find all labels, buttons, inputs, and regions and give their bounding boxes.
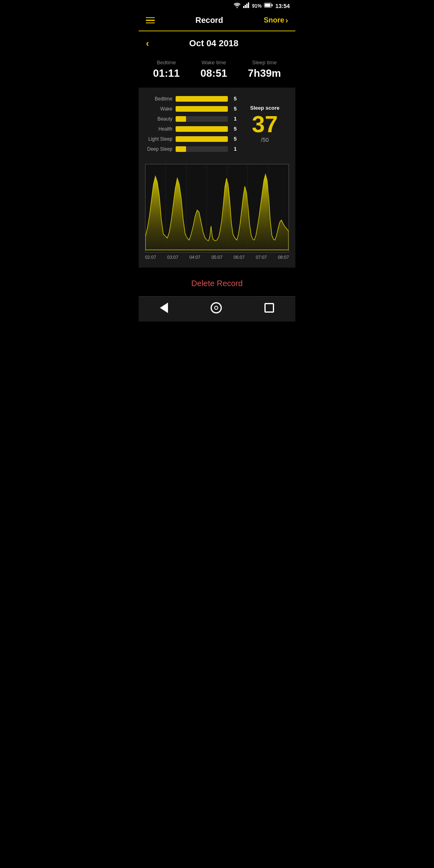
snore-link[interactable]: Snore ›	[264, 16, 288, 25]
battery-icon	[264, 3, 273, 9]
bar-score: 5	[231, 106, 237, 112]
bar-label: Wake	[145, 106, 172, 112]
current-date: Oct 04 2018	[189, 38, 238, 49]
bar-score: 5	[231, 96, 237, 102]
bar-track	[176, 126, 228, 132]
score-bar-row: Health 5	[145, 126, 237, 132]
snore-label: Snore	[264, 16, 284, 25]
bar-track	[176, 116, 228, 122]
sleep-score-title: Sleep score	[250, 105, 280, 111]
score-bar-row: Beauty 1	[145, 116, 237, 122]
prev-date-button[interactable]: ‹	[146, 38, 149, 49]
bedtime-item: Bedtime 01:11	[153, 59, 180, 80]
bottom-nav	[139, 296, 295, 321]
chart-time-label: 07:07	[256, 255, 267, 260]
score-bar-row: Deep Sleep 1	[145, 146, 237, 152]
svg-rect-6	[272, 4, 273, 6]
chart-section: 02:0703:0704:0705:0706:0707:0708:07	[139, 160, 295, 268]
score-bar-row: Light Sleep 5	[145, 136, 237, 142]
svg-rect-4	[248, 2, 249, 8]
wifi-icon	[233, 2, 241, 9]
waketime-item: Wake time 08:51	[201, 59, 227, 80]
menu-icon-line3	[146, 23, 155, 24]
bar-track	[176, 146, 228, 152]
bar-track	[176, 96, 228, 102]
svg-rect-1	[243, 6, 244, 8]
recents-icon	[264, 303, 274, 313]
chart-time-label: 06:07	[233, 255, 245, 260]
delete-record-button[interactable]: Delete Record	[191, 279, 243, 288]
sleep-score-value: 37	[252, 113, 278, 136]
bar-fill	[176, 146, 186, 152]
chart-time-label: 08:07	[278, 255, 289, 260]
bar-fill	[176, 106, 228, 112]
svg-rect-2	[245, 5, 246, 8]
bar-label: Beauty	[145, 116, 172, 122]
bar-score: 5	[231, 126, 237, 132]
score-bar-row: Bedtime 5	[145, 96, 237, 102]
home-button[interactable]	[211, 302, 222, 313]
bar-label: Health	[145, 126, 172, 132]
score-bar-row: Wake 5	[145, 106, 237, 112]
bedtime-label: Bedtime	[157, 59, 176, 66]
home-icon	[211, 302, 222, 313]
delete-section: Delete Record	[139, 268, 295, 296]
page-title: Record	[195, 16, 223, 25]
chart-time-label: 02:07	[145, 255, 156, 260]
chevron-right-icon: ›	[285, 16, 288, 25]
bar-fill	[176, 96, 228, 102]
sleeptime-value: 7h39m	[248, 67, 281, 80]
recents-button[interactable]	[264, 303, 274, 313]
bar-fill	[176, 126, 228, 132]
score-bars: Bedtime 5 Wake 5 Beauty 1 Health 5 Light	[145, 96, 237, 152]
sleeptime-label: Sleep time	[252, 59, 276, 66]
battery-percent: 91%	[252, 3, 262, 9]
bar-score: 1	[231, 146, 237, 152]
bar-fill	[176, 116, 186, 122]
home-icon-inner	[214, 306, 218, 310]
bar-label: Light Sleep	[145, 136, 172, 142]
bar-track	[176, 106, 228, 112]
chart-time-labels: 02:0703:0704:0705:0706:0707:0708:07	[145, 252, 289, 266]
chart-time-label: 03:07	[167, 255, 178, 260]
bedtime-value: 01:11	[153, 67, 180, 80]
waketime-label: Wake time	[202, 59, 226, 66]
sleep-chart	[145, 164, 289, 252]
svg-rect-3	[246, 4, 248, 8]
date-navigation: ‹ Oct 04 2018	[139, 31, 295, 55]
bar-score: 1	[231, 116, 237, 122]
svg-point-0	[237, 7, 238, 8]
svg-rect-7	[265, 4, 270, 7]
header: Record Snore ›	[139, 12, 295, 31]
chart-time-label: 04:07	[189, 255, 201, 260]
menu-button[interactable]	[146, 17, 155, 24]
signal-icon	[243, 2, 250, 9]
sleeptime-item: Sleep time 7h39m	[248, 59, 281, 80]
status-time: 13:54	[275, 3, 290, 9]
scores-section: Bedtime 5 Wake 5 Beauty 1 Health 5 Light	[139, 88, 295, 160]
back-icon	[160, 303, 168, 313]
menu-icon-line2	[146, 20, 155, 21]
waketime-value: 08:51	[201, 67, 227, 80]
bar-fill	[176, 136, 228, 142]
menu-icon-line1	[146, 17, 155, 18]
bar-label: Bedtime	[145, 96, 172, 102]
sleep-times-row: Bedtime 01:11 Wake time 08:51 Sleep time…	[139, 55, 295, 88]
sleep-score-box: Sleep score 37 /50	[241, 96, 289, 152]
bar-score: 5	[231, 136, 237, 142]
back-button[interactable]	[160, 303, 168, 313]
status-bar: 91% 13:54	[139, 0, 295, 12]
bar-track	[176, 136, 228, 142]
bar-label: Deep Sleep	[145, 146, 172, 152]
chart-time-label: 05:07	[211, 255, 223, 260]
sleep-score-max: /50	[261, 137, 268, 143]
